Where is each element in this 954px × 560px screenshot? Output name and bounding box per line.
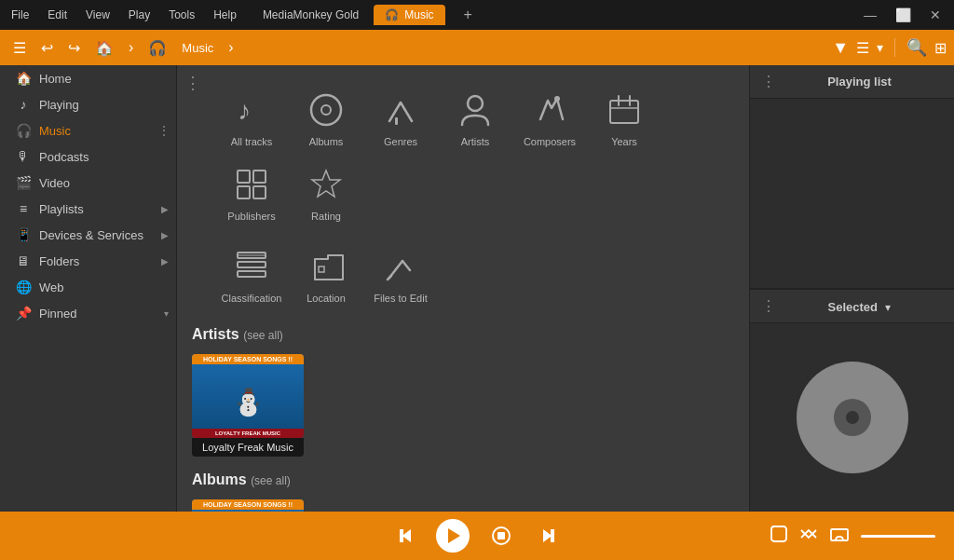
shuffle-button[interactable] bbox=[799, 525, 818, 548]
filter-icon[interactable]: ▼ bbox=[832, 38, 849, 58]
sidebar-item-home[interactable]: 🏠 Home bbox=[0, 65, 176, 91]
music-grid: ♪ All tracks Albums bbox=[177, 65, 749, 237]
play-button[interactable] bbox=[436, 519, 470, 553]
svg-line-23 bbox=[402, 261, 410, 270]
grid-item-location[interactable]: Location bbox=[289, 237, 363, 311]
sidebar-item-playing[interactable]: ♪ Playing bbox=[0, 91, 176, 117]
view-options-icon[interactable]: ▾ bbox=[877, 40, 883, 55]
folders-expand-icon[interactable]: ▶ bbox=[161, 256, 169, 266]
grid-item-albums[interactable]: Albums bbox=[289, 80, 363, 155]
svg-rect-31 bbox=[831, 529, 848, 540]
svg-marker-25 bbox=[400, 529, 411, 542]
grid-item-all-tracks[interactable]: ♪ All tracks bbox=[214, 80, 289, 155]
svg-rect-28 bbox=[497, 532, 505, 540]
playlists-expand-icon[interactable]: ▶ bbox=[161, 204, 169, 214]
artists-label: Artists bbox=[461, 136, 490, 147]
breadcrumb-music-label[interactable]: Music bbox=[176, 37, 219, 59]
active-tab[interactable]: 🎧 Music bbox=[374, 5, 444, 25]
redo-button[interactable]: ↪ bbox=[62, 35, 86, 61]
albums-see-all[interactable]: (see all) bbox=[251, 474, 291, 487]
menu-play[interactable]: Play bbox=[125, 7, 154, 23]
sidebar-item-podcasts[interactable]: 🎙 Podcasts bbox=[0, 143, 176, 170]
close-button[interactable]: ✕ bbox=[924, 6, 947, 24]
svg-rect-19 bbox=[238, 271, 266, 277]
pinned-icon: 📌 bbox=[15, 306, 32, 321]
playing-list-more-button[interactable]: ⋮ bbox=[761, 73, 776, 90]
minimize-button[interactable]: — bbox=[858, 6, 882, 24]
sidebar-label-home: Home bbox=[39, 72, 72, 86]
svg-rect-14 bbox=[238, 186, 250, 198]
playlists-icon: ≡ bbox=[15, 201, 32, 216]
web-icon: 🌐 bbox=[15, 280, 32, 294]
music-icon: 🎧 bbox=[15, 123, 32, 138]
main-layout: 🏠 Home ♪ Playing 🎧 Music ⋮ 🎙 Podcasts 🎬 … bbox=[0, 65, 954, 512]
devices-expand-icon[interactable]: ▶ bbox=[161, 230, 169, 240]
search-icon[interactable]: 🔍 bbox=[906, 37, 927, 58]
artist-card-loyalty-freak[interactable]: HOLIDAY SEASON SONGS !! ⛄ LOYALTY FREAK … bbox=[192, 354, 304, 457]
toolbar-menu-icon[interactable]: ☰ bbox=[7, 35, 32, 61]
svg-point-2 bbox=[321, 105, 331, 115]
stop-button[interactable] bbox=[484, 519, 518, 553]
holiday-bg: HOLIDAY SEASON SONGS !! ⛄ LOYALTY FREAK … bbox=[192, 354, 304, 438]
svg-text:♪: ♪ bbox=[238, 96, 251, 125]
playing-icon: ♪ bbox=[15, 97, 32, 112]
artists-see-all[interactable]: (see all) bbox=[243, 329, 283, 342]
sidebar-more-icon[interactable]: ⋮ bbox=[157, 123, 170, 138]
svg-marker-16 bbox=[312, 171, 340, 197]
sidebar-label-video: Video bbox=[39, 176, 70, 190]
grid-item-rating[interactable]: Rating bbox=[289, 155, 363, 229]
selected-chevron-icon[interactable]: ▾ bbox=[885, 301, 891, 314]
menu-tools[interactable]: Tools bbox=[165, 7, 198, 23]
grid-item-files-to-edit[interactable]: Files to Edit bbox=[363, 237, 438, 311]
add-tab-button[interactable]: + bbox=[464, 7, 472, 23]
window-controls: — ⬜ ✕ bbox=[858, 6, 947, 24]
grid-item-publishers[interactable]: Publishers bbox=[214, 155, 289, 229]
disc bbox=[797, 362, 908, 473]
sidebar-label-music: Music bbox=[39, 124, 71, 138]
maximize-button[interactable]: ⬜ bbox=[890, 6, 917, 24]
grid-item-years[interactable]: Years bbox=[587, 80, 661, 155]
columns-icon[interactable]: ⊞ bbox=[934, 39, 947, 57]
grid-item-classification[interactable]: Classification bbox=[214, 237, 289, 311]
files-to-edit-icon bbox=[378, 244, 423, 289]
menu-help[interactable]: Help bbox=[210, 7, 240, 23]
rating-label: Rating bbox=[311, 211, 341, 222]
svg-marker-29 bbox=[543, 529, 554, 542]
undo-button[interactable]: ↩ bbox=[35, 35, 59, 61]
devices-icon: 📱 bbox=[15, 227, 32, 242]
selected-more-button[interactable]: ⋮ bbox=[761, 297, 776, 315]
grid-item-composers[interactable]: Composers bbox=[512, 80, 587, 155]
disc-area bbox=[750, 323, 954, 512]
toolbar: ☰ ↩ ↪ 🏠 › 🎧 Music › ▼ ☰ ▾ 🔍 ⊞ bbox=[0, 30, 954, 65]
menu-file[interactable]: File bbox=[7, 7, 33, 23]
svg-rect-18 bbox=[238, 262, 266, 267]
volume-slider[interactable] bbox=[861, 535, 935, 538]
menu-edit[interactable]: Edit bbox=[44, 7, 71, 23]
repeat-button[interactable] bbox=[770, 525, 788, 548]
home-button[interactable]: 🏠 bbox=[89, 35, 119, 61]
sidebar-label-playing: Playing bbox=[39, 98, 79, 112]
next-button[interactable] bbox=[533, 519, 566, 553]
pinned-expand-icon[interactable]: ▾ bbox=[164, 308, 169, 319]
playing-list-header: ⋮ Playing list bbox=[750, 65, 954, 99]
grid-item-genres[interactable]: Genres bbox=[363, 80, 438, 155]
cast-button[interactable] bbox=[829, 524, 850, 549]
sidebar-item-folders[interactable]: 🖥 Folders ▶ bbox=[0, 248, 176, 274]
podcasts-icon: 🎙 bbox=[15, 149, 32, 164]
music-grid-row2: Classification Location bbox=[177, 237, 749, 319]
grid-item-artists[interactable]: Artists bbox=[438, 80, 512, 155]
sidebar-item-pinned[interactable]: 📌 Pinned ▾ bbox=[0, 300, 176, 326]
menu-view[interactable]: View bbox=[82, 7, 114, 23]
sidebar-item-playlists[interactable]: ≡ Playlists ▶ bbox=[0, 196, 176, 222]
location-label: Location bbox=[307, 293, 346, 304]
folders-icon: 🖥 bbox=[15, 253, 32, 268]
breadcrumb-arrow2: › bbox=[223, 35, 238, 60]
album-card-holiday[interactable]: HOLIDAY SEASON SONGS !! ⛄ LOYALTY FREAK … bbox=[192, 499, 304, 512]
list-view-icon[interactable]: ☰ bbox=[856, 39, 869, 57]
sidebar-item-web[interactable]: 🌐 Web bbox=[0, 274, 176, 300]
sidebar-item-devices[interactable]: 📱 Devices & Services ▶ bbox=[0, 222, 176, 248]
content-more-button[interactable]: ⋮ bbox=[184, 73, 201, 93]
sidebar-item-video[interactable]: 🎬 Video bbox=[0, 170, 176, 196]
sidebar-item-music[interactable]: 🎧 Music ⋮ bbox=[0, 117, 176, 143]
prev-button[interactable] bbox=[388, 519, 421, 553]
